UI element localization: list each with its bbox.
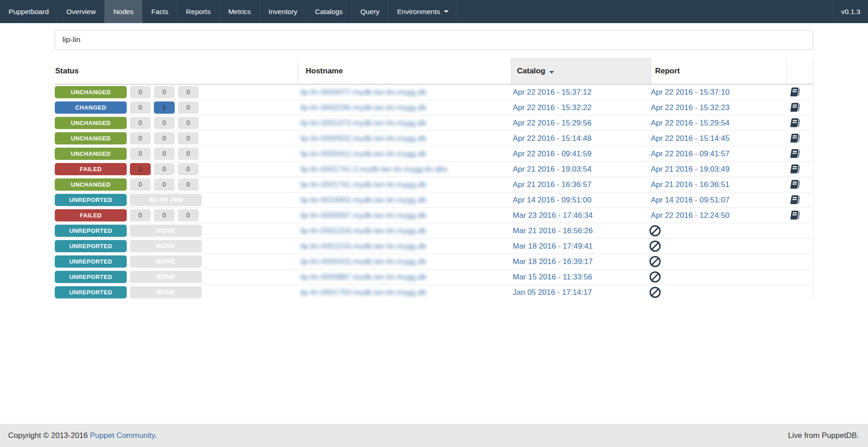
no-report-ban-icon	[649, 271, 786, 283]
report-timestamp-link[interactable]: Apr 21 2016 - 19:03:49	[651, 165, 730, 173]
duration-pill: NONE	[130, 271, 202, 283]
catalog-cell: Mar 18 2016 - 17:49:41	[511, 239, 651, 254]
report-book-icon[interactable]	[786, 117, 813, 129]
column-header-catalog[interactable]: Catalog	[511, 58, 651, 84]
hostname-link[interactable]: lip-lin-0001741-2.mydb-lan-lin.mygg-lin.…	[300, 165, 448, 174]
hostname-link[interactable]: lip-lin-0001316.mydb.lan-lin.mygg.db	[300, 226, 426, 236]
table-row: UNREPORTED NONE lip-lin-0000416.mydb.lan…	[55, 254, 813, 269]
status-cell: CHANGED 010	[55, 100, 298, 115]
catalog-timestamp-link[interactable]: Jan 05 2016 - 17:14:17	[513, 288, 592, 297]
hostname-cell: lip-lin-0001741.mydb.lan-lin.mygg.db	[298, 177, 511, 192]
report-book-icon[interactable]	[786, 148, 813, 159]
report-book-icon[interactable]	[786, 102, 813, 113]
report-book-icon[interactable]	[786, 210, 813, 221]
counter-pill: 0	[154, 132, 175, 144]
hostname-link[interactable]: lip-lin-0000416.mydb.lan-lin.mygg.db	[300, 257, 426, 266]
column-header-report[interactable]: Report	[651, 58, 786, 84]
catalog-timestamp-link[interactable]: Apr 22 2016 - 15:37:12	[513, 88, 591, 96]
report-doc-cell	[786, 254, 813, 269]
catalog-cell: Jan 05 2016 - 17:14:17	[511, 285, 651, 300]
report-timestamp-link[interactable]: Apr 22 2016 - 12:24:50	[651, 211, 730, 220]
catalog-timestamp-link[interactable]: Mar 18 2016 - 17:49:41	[513, 242, 593, 250]
hostname-link[interactable]: lip-lin-0000097.mydb.lan-lin.mygg.db	[300, 211, 426, 220]
catalog-timestamp-link[interactable]: Apr 14 2016 - 09:51:00	[513, 196, 591, 204]
counter-pill: 0	[130, 132, 151, 144]
catalog-timestamp-link[interactable]: Apr 22 2016 - 15:29:56	[513, 119, 591, 127]
status-badge: UNCHANGED	[55, 178, 127, 191]
hostname-link[interactable]: lip-lin-0001372.mydb.lan-lin.mygg.db	[300, 119, 426, 128]
hostname-link[interactable]: lip-lin-0000077.mydb.lan-lin.mygg.db	[300, 88, 426, 97]
nav-item-environments[interactable]: Environments	[389, 0, 458, 23]
hostname-cell: lip-lin-0001372.mydb.lan-lin.mygg.db	[298, 115, 511, 131]
report-timestamp-link[interactable]: Apr 22 2016 - 09:41:57	[651, 149, 730, 158]
duration-pill: 8D 5H 49M	[130, 194, 202, 206]
hostname-link[interactable]: lip-lin-0006887.mydb.lan-lin.mygg.db	[300, 273, 426, 282]
catalog-timestamp-link[interactable]: Mar 15 2016 - 11:33:56	[513, 273, 592, 281]
hostname-link[interactable]: lip-lin-0002245.mydb.lan-lin.mygg.db	[300, 103, 426, 112]
catalog-timestamp-link[interactable]: Apr 22 2016 - 15:32:22	[513, 103, 591, 112]
catalog-timestamp-link[interactable]: Mar 18 2016 - 16:39:17	[513, 257, 593, 266]
footer-status-text: Live from PuppetDB.	[788, 431, 859, 440]
report-book-icon[interactable]	[786, 179, 813, 190]
catalog-timestamp-link[interactable]: Mar 23 2016 - 17:46:34	[513, 211, 593, 220]
hostname-link[interactable]: lip-lin-0001763.mydb.lan-lin.mygg.db	[300, 288, 426, 297]
catalog-timestamp-link[interactable]: Apr 22 2016 - 09:41:59	[513, 149, 591, 158]
status-cell: FAILED 000	[55, 208, 298, 223]
catalog-cell: Apr 14 2016 - 09:51:00	[511, 192, 651, 208]
report-timestamp-link[interactable]: Apr 22 2016 - 15:29:54	[651, 119, 730, 127]
navbar-brand-label: Puppetboard	[9, 8, 49, 16]
node-filter-input[interactable]	[55, 30, 813, 50]
hostname-link[interactable]: lip-lin-0000412.mydb.lan-lin.mygg.db	[300, 149, 426, 159]
catalog-cell: Mar 21 2016 - 16:56:26	[511, 223, 651, 239]
nav-item-catalogs[interactable]: Catalogs	[306, 0, 352, 23]
nav-item-query[interactable]: Query	[352, 0, 388, 23]
hostname-link[interactable]: lip-lin-0001216.mydb.lan-lin.mygg.db	[300, 242, 426, 251]
report-timestamp-link[interactable]: Apr 21 2016 - 16:36:51	[651, 180, 730, 189]
report-book-icon[interactable]	[786, 87, 813, 98]
catalog-cell: Mar 18 2016 - 16:39:17	[511, 254, 651, 269]
no-report-ban-icon	[649, 225, 786, 237]
nav-item-reports[interactable]: Reports	[177, 0, 219, 23]
chevron-down-icon	[444, 10, 448, 13]
nav-item-inventory[interactable]: Inventory	[260, 0, 306, 23]
report-timestamp-link[interactable]: Apr 14 2016 - 09:51:07	[651, 196, 730, 204]
catalog-timestamp-link[interactable]: Apr 21 2016 - 16:36:57	[513, 180, 591, 189]
column-header-status[interactable]: Status	[55, 58, 298, 84]
report-timestamp-link[interactable]: Apr 22 2016 - 15:32:23	[651, 103, 730, 112]
table-row: UNCHANGED 000 lip-lin-0000412.mydb.lan-l…	[55, 146, 813, 162]
report-book-icon[interactable]	[786, 194, 813, 206]
report-timestamp-link[interactable]: Apr 22 2016 - 15:37:10	[651, 88, 730, 96]
hostname-link[interactable]: lip-lin-0000502.mydb.lan-lin.mygg.db	[300, 134, 426, 143]
nodes-table-body: UNCHANGED 000 lip-lin-0000077.mydb.lan-l…	[55, 84, 813, 300]
report-doc-cell	[786, 146, 813, 162]
report-book-icon[interactable]	[786, 133, 813, 144]
report-cell: Apr 21 2016 - 19:03:49	[651, 162, 786, 177]
nav-item-facts[interactable]: Facts	[143, 0, 177, 23]
counter-pill: 0	[154, 148, 175, 160]
catalog-timestamp-link[interactable]: Mar 21 2016 - 16:56:26	[513, 226, 593, 235]
navbar-brand[interactable]: Puppetboard	[0, 0, 58, 23]
counter-pill: 0	[154, 209, 175, 221]
catalog-cell: Apr 21 2016 - 19:03:54	[511, 162, 651, 177]
report-cell: Apr 21 2016 - 16:36:51	[651, 177, 786, 192]
report-timestamp-link[interactable]: Apr 22 2016 - 15:14:45	[651, 134, 730, 143]
status-cell: UNCHANGED 000	[55, 115, 298, 131]
status-cell: UNREPORTED NONE	[55, 285, 298, 300]
hostname-link[interactable]: lip-lin-0024302.mydb.lan-lin.mygg.db	[300, 196, 426, 205]
hostname-cell: lip-lin-0002245.mydb.lan-lin.mygg.db	[298, 100, 511, 115]
report-cell: Apr 22 2016 - 12:24:50	[651, 208, 786, 223]
duration-pill: NONE	[130, 286, 202, 298]
puppet-community-link[interactable]: Puppet Community	[90, 431, 155, 440]
column-header-hostname[interactable]: Hostname	[298, 58, 511, 84]
navbar: Puppetboard Overview Nodes Facts Reports…	[0, 0, 868, 23]
report-book-icon[interactable]	[786, 163, 813, 175]
catalog-timestamp-link[interactable]: Apr 22 2016 - 15:14:48	[513, 134, 591, 143]
catalog-timestamp-link[interactable]: Apr 21 2016 - 19:03:54	[513, 165, 591, 173]
no-report-ban-icon	[649, 255, 786, 268]
hostname-link[interactable]: lip-lin-0001741.mydb.lan-lin.mygg.db	[300, 180, 426, 189]
nav-item-nodes[interactable]: Nodes	[105, 0, 143, 23]
nav-item-overview[interactable]: Overview	[58, 0, 105, 23]
no-report-ban-icon	[649, 240, 786, 252]
nav-item-metrics[interactable]: Metrics	[219, 0, 260, 23]
table-row: FAILED 000 lip-lin-0000097.mydb.lan-lin.…	[55, 208, 813, 223]
